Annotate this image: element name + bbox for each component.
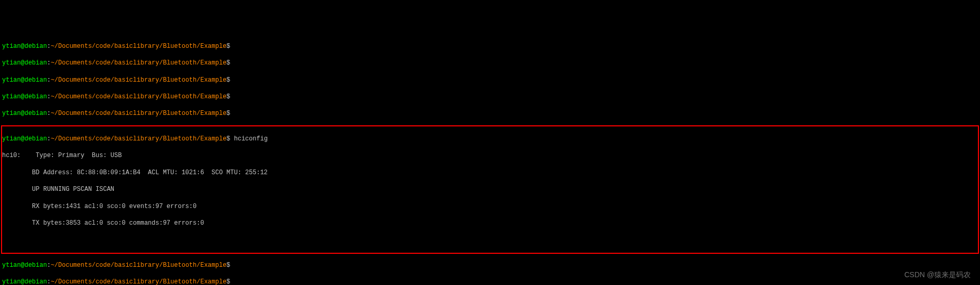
prompt-line: ytian@debian:~/Documents/code/basiclibra…	[2, 59, 978, 67]
prompt-line: ytian@debian:~/Documents/code/basiclibra…	[2, 93, 978, 101]
terminal[interactable]: ytian@debian:~/Documents/code/basiclibra…	[0, 34, 980, 285]
prompt-line: ytian@debian:~/Documents/code/basiclibra…	[2, 261, 978, 269]
prompt-line: ytian@debian:~/Documents/code/basiclibra…	[2, 135, 978, 143]
prompt-line: ytian@debian:~/Documents/code/basiclibra…	[2, 278, 978, 285]
hciconfig-output-line: UP RUNNING PSCAN ISCAN	[2, 185, 978, 193]
prompt-dollar: $	[226, 43, 230, 50]
prompt-colon: :	[47, 43, 50, 50]
prompt-path: ~/Documents/code/basiclibrary/Bluetooth/…	[51, 43, 226, 50]
blank-line	[2, 236, 978, 244]
watermark: CSDN @猿来是码农	[904, 270, 971, 280]
hciconfig-highlight-box: ytian@debian:~/Documents/code/basiclibra…	[1, 125, 979, 254]
hciconfig-output-line: hci0: Type: Primary Bus: USB	[2, 151, 978, 160]
hciconfig-output-line: TX bytes:3853 acl:0 sco:0 commands:97 er…	[2, 219, 978, 227]
hciconfig-output-line: BD Address: 8C:88:0B:09:1A:B4 ACL MTU: 1…	[2, 169, 978, 177]
prompt-line: ytian@debian:~/Documents/code/basiclibra…	[2, 109, 978, 118]
command-hciconfig: hciconfig	[234, 135, 268, 142]
prompt-host: debian	[24, 43, 47, 50]
prompt-line: ytian@debian:~/Documents/code/basiclibra…	[2, 76, 978, 84]
hciconfig-output-line: RX bytes:1431 acl:0 sco:0 events:97 erro…	[2, 202, 978, 211]
prompt-line: ytian@debian:~/Documents/code/basiclibra…	[2, 42, 978, 50]
prompt-user: ytian	[2, 43, 21, 50]
